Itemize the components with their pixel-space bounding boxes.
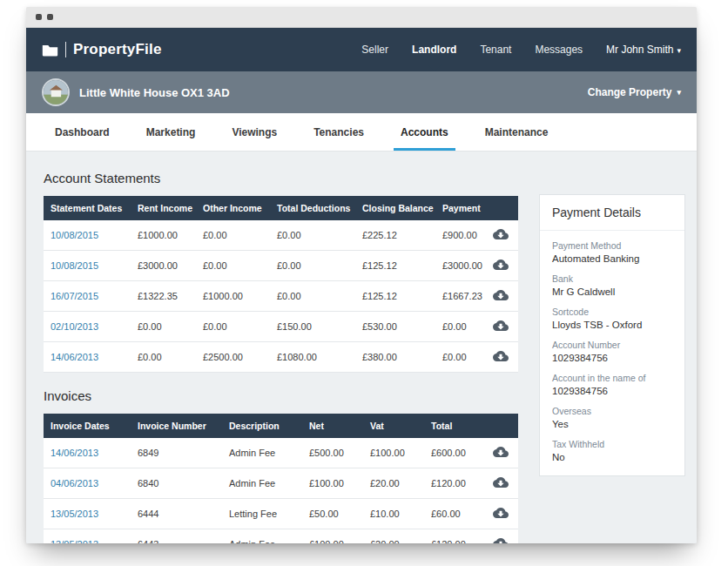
column-header: Payment xyxy=(435,196,483,220)
table-cell: £2500.00 xyxy=(196,342,270,373)
table-cell: £1667.23 xyxy=(435,281,483,312)
tab-tenancies[interactable]: Tenancies xyxy=(295,113,382,151)
table-cell: £225.12 xyxy=(355,220,435,251)
column-header: Total xyxy=(424,414,483,438)
top-nav: Seller Landlord Tenant Messages Mr John … xyxy=(361,38,681,61)
chevron-down-icon: ▾ xyxy=(677,88,681,97)
column-header: Invoice Number xyxy=(131,414,222,438)
statements-section-title: Account Statements xyxy=(44,171,518,185)
property-avatar xyxy=(42,78,70,106)
nav-landlord[interactable]: Landlord xyxy=(412,38,456,61)
download-cloud-icon[interactable] xyxy=(493,259,509,271)
date-link[interactable]: 13/05/2013 xyxy=(51,539,98,543)
change-property-button[interactable]: Change Property▾ xyxy=(588,86,681,98)
tab-viewings[interactable]: Viewings xyxy=(213,113,295,151)
date-link[interactable]: 16/07/2015 xyxy=(51,291,98,301)
field-label: Account in the name of xyxy=(552,373,672,383)
table-cell: 14/06/2013 xyxy=(44,438,131,468)
download-cloud-icon[interactable] xyxy=(493,537,509,543)
brand-name: PropertyFile xyxy=(73,41,162,58)
nav-seller[interactable]: Seller xyxy=(361,38,388,61)
nav-tenant[interactable]: Tenant xyxy=(480,38,511,61)
table-cell: 13/05/2013 xyxy=(44,529,131,544)
date-link[interactable]: 10/08/2015 xyxy=(51,260,98,271)
window-control-dot[interactable] xyxy=(47,14,53,20)
column-header: Description xyxy=(222,414,302,438)
download-cloud-icon[interactable] xyxy=(493,289,509,301)
table-cell: 02/10/2013 xyxy=(44,312,131,342)
table-cell-actions xyxy=(483,438,518,468)
table-cell: 10/08/2015 xyxy=(44,251,131,281)
tab-dashboard[interactable]: Dashboard xyxy=(37,113,128,151)
window-control-dot[interactable] xyxy=(36,14,42,20)
table-cell: 10/08/2015 xyxy=(44,220,131,251)
payment-detail-field: SortcodeLloyds TSB - Oxford xyxy=(552,307,672,330)
download-cloud-icon[interactable] xyxy=(493,228,509,240)
user-name: Mr John Smith xyxy=(606,44,673,56)
table-cell: 13/05/2013 xyxy=(44,499,131,529)
table-cell-actions xyxy=(483,251,518,281)
table-cell: £0.00 xyxy=(435,342,483,373)
tab-marketing[interactable]: Marketing xyxy=(128,113,214,151)
table-cell: £0.00 xyxy=(270,251,355,281)
table-cell-actions xyxy=(483,342,518,373)
user-menu[interactable]: Mr John Smith▾ xyxy=(606,38,681,61)
change-property-label: Change Property xyxy=(588,86,672,98)
invoice-row: 13/05/20136443Admin Fee£100.00£20.00£120… xyxy=(44,529,518,544)
table-cell: £0.00 xyxy=(435,312,483,342)
tab-maintenance[interactable]: Maintenance xyxy=(467,113,567,151)
invoice-row: 13/05/20136444Letting Fee£50.00£10.00£60… xyxy=(44,499,518,529)
table-cell: Admin Fee xyxy=(222,468,302,499)
table-cell: £900.00 xyxy=(435,220,483,251)
download-cloud-icon[interactable] xyxy=(493,446,509,458)
table-cell: £0.00 xyxy=(196,251,270,281)
tables-column: Account Statements Statement Dates Rent … xyxy=(44,164,518,531)
table-cell: £0.00 xyxy=(131,342,196,373)
payment-details-card: Payment Details Payment MethodAutomated … xyxy=(539,194,685,476)
property-title: Little White House OX1 3AD xyxy=(79,86,230,99)
table-cell: £1080.00 xyxy=(270,342,355,373)
table-cell-actions xyxy=(483,220,518,251)
table-cell-actions xyxy=(483,312,518,342)
table-cell: £600.00 xyxy=(424,438,483,468)
download-cloud-icon[interactable] xyxy=(493,476,509,489)
date-link[interactable]: 10/08/2015 xyxy=(51,230,98,240)
table-cell-actions xyxy=(483,281,518,312)
date-link[interactable]: 02/10/2013 xyxy=(51,321,98,332)
payment-detail-field: Account Number1029384756 xyxy=(552,340,672,363)
payment-details-title: Payment Details xyxy=(540,195,684,231)
payment-detail-field: Tax WithheldNo xyxy=(552,439,672,462)
field-value: No xyxy=(552,452,672,462)
date-link[interactable]: 04/06/2013 xyxy=(51,478,98,489)
table-cell: £0.00 xyxy=(270,220,355,251)
brand-divider xyxy=(65,42,66,57)
download-cloud-icon[interactable] xyxy=(493,507,509,519)
statement-row: 10/08/2015£3000.00£0.00£0.00£125.12£3000… xyxy=(44,251,518,281)
date-link[interactable]: 14/06/2013 xyxy=(51,448,98,458)
property-bar: Little White House OX1 3AD Change Proper… xyxy=(26,71,697,113)
field-label: Sortcode xyxy=(552,307,672,317)
download-cloud-icon[interactable] xyxy=(493,320,509,332)
field-value: Lloyds TSB - Oxford xyxy=(552,320,672,330)
invoices-table-header: Invoice Dates Invoice Number Description… xyxy=(44,414,518,438)
date-link[interactable]: 13/05/2013 xyxy=(51,509,98,519)
invoice-row: 04/06/20136840Admin Fee£100.00£20.00£120… xyxy=(44,468,518,499)
field-value: 1029384756 xyxy=(552,353,672,363)
table-cell: £120.00 xyxy=(424,529,483,544)
table-cell: £530.00 xyxy=(355,312,435,342)
payment-detail-field: Payment MethodAutomated Banking xyxy=(552,240,672,264)
table-cell: Admin Fee xyxy=(222,438,302,468)
tab-accounts[interactable]: Accounts xyxy=(382,113,467,151)
column-header: Other Income xyxy=(196,196,270,220)
column-header: Statement Dates xyxy=(44,196,131,220)
column-header: Vat xyxy=(363,414,424,438)
table-cell: £3000.00 xyxy=(131,251,196,281)
download-cloud-icon[interactable] xyxy=(493,350,509,362)
column-header: Total Deductions xyxy=(270,196,355,220)
nav-messages[interactable]: Messages xyxy=(535,38,583,61)
folder-icon xyxy=(42,44,58,57)
table-cell: £100.00 xyxy=(363,438,424,468)
date-link[interactable]: 14/06/2013 xyxy=(51,352,98,362)
table-cell: Letting Fee xyxy=(222,499,302,529)
table-cell: 6840 xyxy=(131,468,222,499)
